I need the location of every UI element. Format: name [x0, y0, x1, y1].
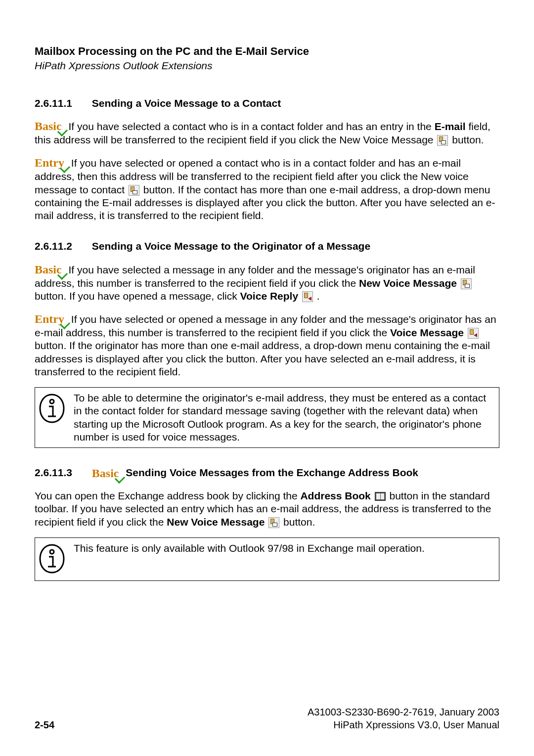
section-number: 2.6.11.2 [35, 240, 89, 253]
section-heading-1: 2.6.11.1 Sending a Voice Message to a Co… [35, 97, 499, 110]
section-title: Sending a Voice Message to a Contact [92, 97, 281, 109]
body-text: button. If the originator has more than … [35, 340, 490, 377]
note-text: This feature is only available with Outl… [74, 542, 493, 555]
page-header-title: Mailbox Processing on the PC and the E-M… [35, 44, 499, 58]
section-title: Sending a Voice Message to the Originato… [92, 240, 370, 252]
doc-reference: A31003-S2330-B690-2-7619, January 2003 [308, 706, 499, 718]
bold-text: New Voice Message [359, 277, 457, 289]
section-heading-3: 2.6.11.3 Basic Sending Voice Messages fr… [35, 466, 499, 481]
entry-tag-icon: Entry [35, 156, 66, 169]
paragraph: Entry If you have selected or opened a m… [35, 311, 499, 378]
bold-text: Address Book [300, 490, 370, 501]
paragraph: You can open the Exchange address book b… [35, 489, 499, 529]
page-header-subtitle: HiPath Xpressions Outlook Extensions [35, 59, 499, 72]
address-book-icon [375, 492, 386, 501]
footer-right: A31003-S2330-B690-2-7619, January 2003 H… [308, 706, 499, 731]
basic-tag-icon: Basic [92, 467, 121, 480]
section-heading-2: 2.6.11.2 Sending a Voice Message to the … [35, 240, 499, 253]
info-icon [39, 394, 69, 426]
paragraph: Basic If you have selected a contact who… [35, 119, 499, 146]
product-name: HiPath Xpressions V3.0, User Manual [308, 718, 499, 731]
paragraph: Basic If you have selected a message in … [35, 262, 499, 303]
section-title: Sending Voice Messages from the Exchange… [126, 467, 418, 478]
info-note-box: To be able to determine the originator's… [35, 387, 499, 448]
bold-text: Voice Message [390, 327, 464, 338]
info-note-box: This feature is only available with Outl… [35, 537, 499, 581]
new-voice-message-contact-icon [129, 185, 139, 196]
document-page: Mailbox Processing on the PC and the E-M… [0, 0, 534, 756]
info-icon [39, 544, 69, 577]
new-voice-message-icon [268, 517, 279, 528]
body-text: If you have selected a contact who is in… [69, 121, 435, 132]
body-text: button. [280, 516, 315, 528]
paragraph: Entry If you have selected or opened a c… [35, 155, 499, 222]
svg-point-0 [50, 400, 54, 403]
page-footer: 2-54 A31003-S2330-B690-2-7619, January 2… [35, 706, 499, 731]
bold-text: Voice Reply [240, 290, 299, 302]
new-voice-message-icon [437, 135, 448, 146]
section-number: 2.6.11.1 [35, 97, 89, 110]
bold-text: E-mail [435, 121, 466, 132]
svg-point-1 [50, 550, 54, 554]
voice-reply-icon [302, 291, 313, 302]
section-number: 2.6.11.3 [35, 466, 89, 479]
note-text: To be able to determine the originator's… [74, 392, 493, 444]
body-text: You can open the Exchange address book b… [35, 490, 300, 501]
basic-tag-icon: Basic [35, 120, 64, 133]
basic-tag-icon: Basic [35, 263, 64, 276]
new-voice-message-icon [461, 278, 472, 289]
body-text: button. If you have opened a message, cl… [35, 290, 240, 302]
bold-text: New Voice Message [167, 516, 265, 528]
body-text: . [314, 290, 320, 302]
voice-message-icon [468, 328, 479, 339]
entry-tag-icon: Entry [35, 312, 66, 325]
page-number: 2-54 [35, 719, 54, 731]
body-text: button. [449, 134, 484, 145]
